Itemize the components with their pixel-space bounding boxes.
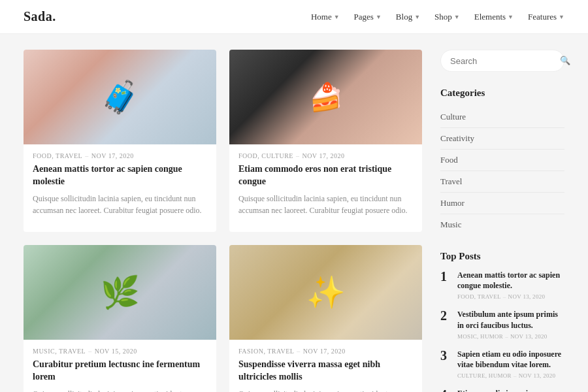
meta-dot: – (503, 293, 506, 300)
chevron-down-icon: ▼ (334, 14, 340, 20)
card-date: NOV 17, 2020 (91, 152, 134, 159)
card-excerpt-3: Quisque sollicitudin lacinia sapien, eu … (33, 388, 207, 392)
category-item-food[interactable]: Food (440, 150, 564, 171)
top-post-content-2: Vestibulum ante ipsum primis in orci fau… (457, 309, 564, 339)
top-post-title-4: Etiam eu odio in sapien posuere vitae bi… (457, 388, 564, 392)
top-posts-section: Top Posts 1 Aenean mattis tortor ac sapi… (440, 251, 564, 392)
nav-item-home[interactable]: Home▼ (311, 12, 340, 22)
card-excerpt-1: Quisque sollicitudin lacinia sapien, eu … (33, 193, 207, 217)
top-posts-title: Top Posts (440, 251, 564, 262)
card-title-2: Etiam commodo eros non erat tristique co… (238, 163, 413, 188)
top-post-num-4: 4 (440, 388, 451, 392)
card-meta-4: FASION, TRAVEL – NOV 17, 2020 (238, 348, 413, 355)
card-body-4: FASION, TRAVEL – NOV 17, 2020 Suspendiss… (229, 340, 422, 392)
chevron-down-icon: ▼ (454, 14, 460, 20)
meta-separator: – (85, 152, 89, 159)
card-category: MUSIC, TRAVEL (33, 348, 86, 355)
card-date: NOV 15, 2020 (95, 348, 137, 355)
card-image-2 (229, 50, 422, 144)
card-meta-2: FOOD, CULTURE – NOV 17, 2020 (238, 152, 413, 159)
top-post-meta-2: MOSIC, HUMOR – NOV 13, 2020 (457, 333, 564, 340)
top-post-3[interactable]: 3 Sapien etiam eu odio inposuere vitae b… (440, 349, 564, 379)
category-item-culture[interactable]: Culture (440, 106, 564, 128)
search-box: 🔍 (440, 50, 564, 72)
blog-card-4[interactable]: FASION, TRAVEL – NOV 17, 2020 Suspendiss… (229, 245, 422, 392)
card-title-3: Curabitur pretium lectusnc ine fermentum… (33, 359, 207, 384)
meta-separator: – (297, 348, 301, 355)
card-body-1: FOOD, TRAVEL – NOV 17, 2020 Aenean matti… (24, 144, 216, 226)
blog-card-3[interactable]: MUSIC, TRAVEL – NOV 15, 2020 Curabitur p… (24, 245, 216, 392)
nav-item-blog[interactable]: Blog▼ (396, 12, 420, 22)
nav-item-elements[interactable]: Elements▼ (474, 12, 514, 22)
nav-label: Elements (474, 12, 506, 22)
nav-label: Home (311, 12, 332, 22)
top-post-1[interactable]: 1 Aenean mattis tortor ac sapien congue … (440, 270, 564, 300)
card-title-4: Suspendisse viverra massa eget nibh ultr… (238, 359, 413, 384)
top-post-cat: CULTURE, HUMOR (457, 372, 512, 379)
top-post-title-3: Sapien etiam eu odio inposuere vitae bib… (457, 349, 564, 370)
category-item-travel[interactable]: Travel (440, 171, 564, 193)
top-post-title-2: Vestibulum ante ipsum primis in orci fau… (457, 309, 564, 330)
meta-separator: – (88, 348, 92, 355)
top-post-cat: MOSIC, HUMOR (457, 333, 503, 340)
top-post-num-2: 2 (440, 309, 451, 322)
sidebar: 🔍 Categories CultureCreativityFoodTravel… (440, 50, 564, 392)
top-post-date: NOV 13, 2020 (508, 293, 546, 300)
card-title-1: Aenean mattis tortor ac sapien congue mo… (33, 163, 207, 188)
card-category: FOOD, TRAVEL (33, 152, 82, 159)
categories-list: CultureCreativityFoodTravelHumorMusic (440, 106, 564, 235)
header: Sada. Home▼Pages▼Blog▼Shop▼Elements▼Feat… (0, 0, 588, 34)
top-post-content-3: Sapien etiam eu odio inposuere vitae bib… (457, 349, 564, 379)
card-meta-1: FOOD, TRAVEL – NOV 17, 2020 (33, 152, 207, 159)
categories-section: Categories CultureCreativityFoodTravelHu… (440, 88, 564, 235)
search-icon[interactable]: 🔍 (560, 56, 570, 66)
card-image-3 (24, 245, 216, 340)
nav-label: Shop (434, 12, 452, 22)
logo: Sada. (24, 9, 56, 24)
top-post-content-4: Etiam eu odio in sapien posuere vitae bi… (457, 388, 564, 392)
top-post-num-3: 3 (440, 349, 451, 362)
blog-card-2[interactable]: FOOD, CULTURE – NOV 17, 2020 Etiam commo… (229, 50, 422, 232)
card-body-2: FOOD, CULTURE – NOV 17, 2020 Etiam commo… (229, 144, 422, 226)
category-item-humor[interactable]: Humor (440, 193, 564, 214)
card-excerpt-2: Quisque sollicitudin lacinia sapien, eu … (238, 193, 413, 217)
main-container: FOOD, TRAVEL – NOV 17, 2020 Aenean matti… (0, 34, 588, 392)
card-date: NOV 17, 2020 (303, 348, 346, 355)
nav-item-pages[interactable]: Pages▼ (354, 12, 382, 22)
top-post-meta-1: FOOD, TRAVEL – NOV 13, 2020 (457, 293, 564, 300)
top-post-content-1: Aenean mattis tortor ac sapien congue mo… (457, 270, 564, 300)
nav-label: Features (528, 12, 557, 22)
card-category: FASION, TRAVEL (238, 348, 294, 355)
top-post-num-1: 1 (440, 270, 451, 283)
blog-card-1[interactable]: FOOD, TRAVEL – NOV 17, 2020 Aenean matti… (24, 50, 216, 232)
meta-dot: – (505, 333, 508, 340)
meta-separator: – (296, 152, 300, 159)
top-post-date: NOV 13, 2020 (510, 333, 547, 340)
card-body-3: MUSIC, TRAVEL – NOV 15, 2020 Curabitur p… (24, 340, 216, 392)
chevron-down-icon: ▼ (508, 14, 514, 20)
nav-label: Pages (354, 12, 374, 22)
card-image-1 (24, 50, 216, 144)
top-post-title-1: Aenean mattis tortor ac sapien congue mo… (457, 270, 564, 291)
top-post-meta-3: CULTURE, HUMOR – NOV 13, 2020 (457, 372, 564, 379)
top-post-4[interactable]: 4 Etiam eu odio in sapien posuere vitae … (440, 388, 564, 392)
meta-dot: – (514, 372, 517, 379)
card-category: FOOD, CULTURE (238, 152, 293, 159)
nav-label: Blog (396, 12, 412, 22)
card-date: NOV 17, 2020 (302, 152, 344, 159)
chevron-down-icon: ▼ (414, 14, 420, 20)
main-nav: Home▼Pages▼Blog▼Shop▼Elements▼Features▼ (311, 12, 564, 22)
top-post-2[interactable]: 2 Vestibulum ante ipsum primis in orci f… (440, 309, 564, 339)
search-input[interactable] (450, 56, 560, 66)
chevron-down-icon: ▼ (559, 14, 564, 20)
top-post-date: NOV 13, 2020 (519, 372, 556, 379)
nav-item-features[interactable]: Features▼ (528, 12, 564, 22)
card-meta-3: MUSIC, TRAVEL – NOV 15, 2020 (33, 348, 207, 355)
category-item-creativity[interactable]: Creativity (440, 128, 564, 150)
card-excerpt-4: Quisque sollicitudin lacinia sapien, eu … (238, 388, 413, 392)
top-post-cat: FOOD, TRAVEL (457, 293, 501, 300)
blog-grid: FOOD, TRAVEL – NOV 17, 2020 Aenean matti… (24, 50, 422, 392)
category-item-music[interactable]: Music (440, 214, 564, 235)
nav-item-shop[interactable]: Shop▼ (434, 12, 460, 22)
categories-title: Categories (440, 88, 564, 99)
